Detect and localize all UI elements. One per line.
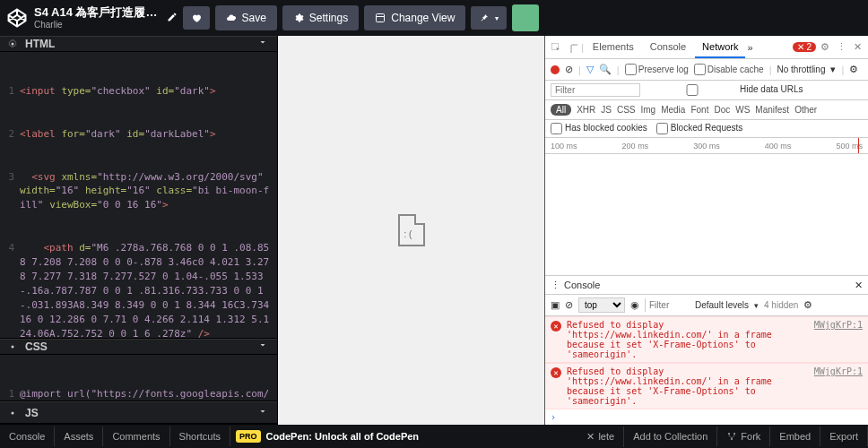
blocked-row: Has blocked cookies Blocked Requests	[545, 120, 868, 138]
footer-console[interactable]: Console	[0, 426, 55, 446]
type-js[interactable]: JS	[601, 105, 612, 115]
error-icon: ✕	[551, 321, 561, 332]
svg-rect-0	[377, 14, 385, 22]
user-avatar[interactable]	[512, 4, 539, 31]
pin-button[interactable]: ▾	[471, 6, 507, 30]
type-manifest[interactable]: Manifest	[755, 105, 789, 115]
hide-data-urls-checkbox[interactable]: Hide data URLs	[647, 84, 803, 96]
type-font[interactable]: Font	[690, 105, 708, 115]
blocked-requests-checkbox[interactable]: Blocked Requests	[656, 123, 743, 134]
footer-embed[interactable]: Embed	[770, 426, 820, 446]
gear-icon[interactable]	[5, 340, 20, 354]
css-code-editor[interactable]: 1@import url("https://fonts.googleapis.c…	[0, 355, 277, 401]
search-icon[interactable]: 🔍	[599, 64, 612, 75]
svg-point-7	[733, 433, 735, 435]
more-icon[interactable]: ⋮	[834, 40, 848, 55]
filter-input[interactable]	[551, 83, 640, 97]
cloud-icon	[226, 13, 237, 23]
source-link[interactable]: MWjgKrP:1	[814, 366, 863, 406]
console-drawer-header[interactable]: ⋮Console ✕	[545, 275, 868, 295]
type-xhr[interactable]: XHR	[577, 105, 595, 115]
error-count-badge[interactable]: ✕ 2	[793, 42, 816, 52]
type-doc[interactable]: Doc	[714, 105, 730, 115]
change-view-button[interactable]: Change View	[364, 5, 465, 30]
preserve-log-checkbox[interactable]: Preserve log	[625, 64, 689, 75]
filter-icon[interactable]: ▽	[586, 64, 594, 75]
network-body	[545, 154, 868, 275]
close-icon[interactable]: ✕	[855, 280, 863, 291]
fork-icon	[726, 431, 737, 442]
clear-icon[interactable]: ⊘	[565, 299, 573, 311]
throttling-select[interactable]: No throttling	[777, 65, 826, 74]
source-link[interactable]: MWjgKrP:1	[814, 320, 863, 359]
footer-assets[interactable]: Assets	[55, 426, 103, 446]
type-css[interactable]: CSS	[617, 105, 636, 115]
css-panel-header[interactable]: CSS	[0, 339, 277, 355]
network-filter-row: Hide data URLs	[545, 81, 868, 100]
gear-icon[interactable]	[5, 37, 20, 51]
tab-network[interactable]: Network	[695, 37, 745, 58]
settings-label: Settings	[309, 12, 348, 24]
context-select[interactable]: top	[578, 297, 625, 313]
footer-fork[interactable]: Fork	[717, 426, 770, 446]
js-panel: JS	[0, 401, 277, 425]
type-all[interactable]: All	[551, 104, 571, 116]
type-img[interactable]: Img	[640, 105, 655, 115]
disable-cache-checkbox[interactable]: Disable cache	[694, 64, 764, 75]
gear-icon[interactable]: ⚙	[849, 64, 858, 75]
console-prompt[interactable]: ›	[545, 409, 868, 425]
js-panel-header[interactable]: JS	[0, 401, 277, 424]
device-icon[interactable]	[565, 40, 579, 55]
codepen-logo[interactable]	[5, 6, 29, 30]
clear-icon[interactable]: ⊘	[565, 64, 573, 75]
type-other[interactable]: Other	[794, 105, 817, 115]
settings-button[interactable]: Settings	[282, 5, 359, 30]
console-messages: ✕ Refused to display 'https://www.linked…	[545, 316, 868, 425]
layout-icon	[375, 13, 386, 23]
app-header: S4 A14 為客戶打造履… Charlie Save Settings Cha…	[0, 0, 868, 36]
gear-icon[interactable]	[5, 406, 20, 420]
hidden-count: 4 hidden	[764, 300, 798, 310]
gear-icon[interactable]: ⚙	[818, 40, 832, 55]
tab-console[interactable]: Console	[643, 37, 693, 58]
devtools-tabs: | Elements Console Network » ✕ 2 ⚙ ⋮ ✕	[545, 36, 868, 59]
footer-comments[interactable]: Comments	[103, 426, 169, 446]
footer-shortcuts[interactable]: Shortcuts	[170, 426, 230, 446]
save-button[interactable]: Save	[215, 5, 277, 30]
inspect-icon[interactable]	[549, 40, 563, 55]
resource-type-filters: All XHR JS CSS Img Media Font Doc WS Man…	[545, 100, 868, 120]
footer-delete[interactable]: ✕lete	[577, 426, 624, 447]
pen-title-block[interactable]: S4 A14 為客戶打造履… Charlie	[34, 6, 158, 29]
type-media[interactable]: Media	[661, 105, 685, 115]
error-icon: ✕	[551, 367, 561, 378]
sidebar-icon[interactable]: ▣	[551, 299, 560, 311]
type-ws[interactable]: WS	[735, 105, 750, 115]
levels-select[interactable]: Default levels	[695, 300, 749, 310]
html-code-editor[interactable]: 1<input type="checkbox" id="dark"> 2<lab…	[0, 52, 277, 338]
chevron-down-icon[interactable]	[257, 406, 272, 420]
eye-icon[interactable]: ◉	[630, 299, 639, 311]
like-button[interactable]	[183, 6, 210, 30]
edit-title-icon[interactable]	[167, 12, 178, 25]
promo-text[interactable]: CodePen: Unlock all of CodePen	[266, 431, 578, 442]
record-icon[interactable]	[551, 65, 560, 74]
html-panel-header[interactable]: HTML	[0, 36, 277, 52]
app-footer: Console Assets Comments Shortcuts PRO Co…	[0, 425, 868, 448]
svg-point-6	[728, 433, 730, 435]
tab-elements[interactable]: Elements	[586, 37, 641, 58]
broken-image-icon: : (	[398, 214, 425, 246]
gear-icon[interactable]: ⚙	[803, 299, 812, 311]
css-panel: CSS 1@import url("https://fonts.googleap…	[0, 339, 277, 401]
gear-icon	[293, 13, 304, 23]
chevron-down-icon[interactable]	[257, 340, 272, 354]
close-icon[interactable]: ✕	[850, 40, 864, 55]
css-label: CSS	[25, 340, 48, 353]
console-error-message[interactable]: ✕ Refused to display 'https://www.linked…	[545, 363, 868, 409]
footer-export[interactable]: Export	[820, 426, 868, 446]
chevron-down-icon[interactable]	[257, 37, 272, 51]
footer-add-collection[interactable]: Add to Collection	[624, 426, 717, 446]
blocked-cookies-checkbox[interactable]: Has blocked cookies	[551, 123, 647, 134]
network-timeline[interactable]: 100 ms 200 ms 300 ms 400 ms 500 ms	[545, 138, 868, 154]
console-error-message[interactable]: ✕ Refused to display 'https://www.linked…	[545, 316, 868, 363]
console-filter-input[interactable]	[645, 298, 690, 312]
